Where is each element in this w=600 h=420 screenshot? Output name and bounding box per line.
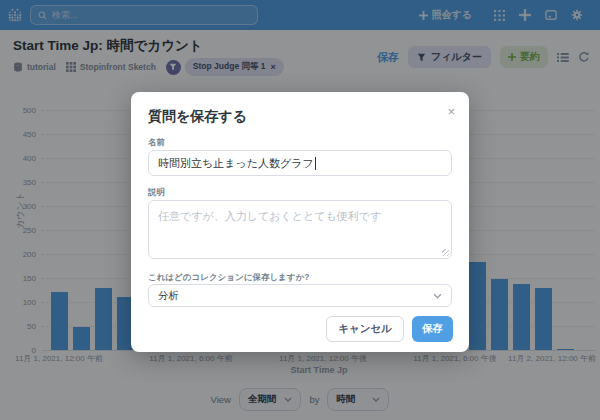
- description-label: 説明: [148, 187, 165, 199]
- save-button[interactable]: 保存: [412, 316, 453, 342]
- description-textarea[interactable]: [149, 201, 451, 258]
- collection-value: 分析: [158, 289, 179, 303]
- question-name-value: 時間別立ち止まった人数グラフ: [158, 156, 314, 171]
- description-field-wrap: [148, 200, 452, 259]
- modal-title: 質問を保存する: [148, 108, 247, 126]
- collection-select[interactable]: 分析: [148, 284, 452, 307]
- name-label: 名前: [148, 137, 165, 149]
- question-name-input[interactable]: 時間別立ち止まった人数グラフ: [148, 150, 452, 176]
- modal-footer: キャンセル 保存: [326, 316, 453, 342]
- cancel-button[interactable]: キャンセル: [326, 316, 404, 342]
- collection-label: これはどのコレクションに保存しますか?: [148, 272, 309, 284]
- save-question-modal: 質問を保存する × 名前 時間別立ち止まった人数グラフ 説明 これはどのコレクシ…: [131, 92, 469, 352]
- chevron-down-icon: [433, 293, 442, 299]
- text-caret: [315, 157, 316, 170]
- close-icon[interactable]: ×: [447, 104, 455, 119]
- app-window: カウント Start Time Jp 050100150200250300350…: [0, 0, 600, 420]
- resize-handle-icon[interactable]: [442, 249, 449, 256]
